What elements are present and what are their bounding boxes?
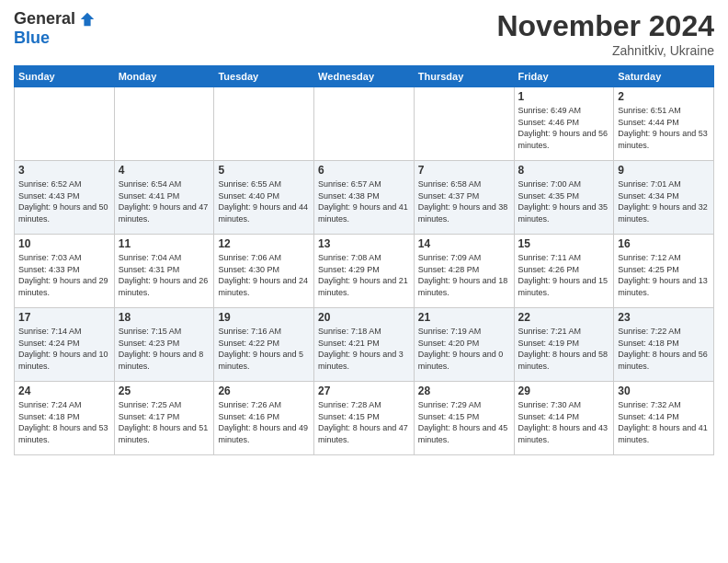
day-number: 29 xyxy=(518,385,610,397)
day-info: Sunrise: 7:29 AM Sunset: 4:15 PM Dayligh… xyxy=(418,399,510,445)
day-number: 26 xyxy=(218,385,310,397)
calendar-cell: 19Sunrise: 7:16 AM Sunset: 4:22 PM Dayli… xyxy=(214,308,314,382)
calendar-cell: 7Sunrise: 6:58 AM Sunset: 4:37 PM Daylig… xyxy=(414,161,514,235)
calendar-header-sunday: Sunday xyxy=(15,66,115,87)
calendar-week-row-5: 24Sunrise: 7:24 AM Sunset: 4:18 PM Dayli… xyxy=(15,382,714,455)
day-info: Sunrise: 7:26 AM Sunset: 4:16 PM Dayligh… xyxy=(218,399,310,445)
day-info: Sunrise: 7:22 AM Sunset: 4:18 PM Dayligh… xyxy=(618,326,710,372)
calendar-cell: 1Sunrise: 6:49 AM Sunset: 4:46 PM Daylig… xyxy=(514,87,614,161)
calendar-cell xyxy=(414,87,514,161)
day-info: Sunrise: 7:28 AM Sunset: 4:15 PM Dayligh… xyxy=(318,399,410,445)
calendar-cell: 27Sunrise: 7:28 AM Sunset: 4:15 PM Dayli… xyxy=(314,382,415,455)
page: General Blue November 2024 Zahnitkiv, Uk… xyxy=(0,0,728,465)
title-block: November 2024 Zahnitkiv, Ukraine xyxy=(496,9,714,58)
day-info: Sunrise: 7:04 AM Sunset: 4:31 PM Dayligh… xyxy=(119,252,210,298)
calendar-cell: 29Sunrise: 7:30 AM Sunset: 4:14 PM Dayli… xyxy=(514,382,614,455)
day-info: Sunrise: 7:09 AM Sunset: 4:28 PM Dayligh… xyxy=(418,252,510,298)
calendar: SundayMondayTuesdayWednesdayThursdayFrid… xyxy=(14,65,714,455)
day-number: 21 xyxy=(418,311,510,324)
location: Zahnitkiv, Ukraine xyxy=(496,43,714,58)
calendar-cell: 9Sunrise: 7:01 AM Sunset: 4:34 PM Daylig… xyxy=(614,161,714,235)
calendar-header-saturday: Saturday xyxy=(614,66,714,87)
day-info: Sunrise: 6:54 AM Sunset: 4:41 PM Dayligh… xyxy=(119,178,210,224)
calendar-cell: 13Sunrise: 7:08 AM Sunset: 4:29 PM Dayli… xyxy=(314,235,415,308)
calendar-cell: 25Sunrise: 7:25 AM Sunset: 4:17 PM Dayli… xyxy=(114,382,214,455)
day-number: 19 xyxy=(218,311,310,324)
day-info: Sunrise: 7:19 AM Sunset: 4:20 PM Dayligh… xyxy=(418,326,510,372)
calendar-cell: 3Sunrise: 6:52 AM Sunset: 4:43 PM Daylig… xyxy=(15,161,115,235)
calendar-cell: 28Sunrise: 7:29 AM Sunset: 4:15 PM Dayli… xyxy=(414,382,514,455)
day-info: Sunrise: 7:16 AM Sunset: 4:22 PM Dayligh… xyxy=(218,326,310,372)
day-info: Sunrise: 7:21 AM Sunset: 4:19 PM Dayligh… xyxy=(518,326,610,372)
calendar-week-row-3: 10Sunrise: 7:03 AM Sunset: 4:33 PM Dayli… xyxy=(15,235,714,308)
calendar-cell: 22Sunrise: 7:21 AM Sunset: 4:19 PM Dayli… xyxy=(514,308,614,382)
day-info: Sunrise: 7:12 AM Sunset: 4:25 PM Dayligh… xyxy=(618,252,710,298)
day-info: Sunrise: 7:18 AM Sunset: 4:21 PM Dayligh… xyxy=(318,326,410,372)
calendar-cell: 16Sunrise: 7:12 AM Sunset: 4:25 PM Dayli… xyxy=(614,235,714,308)
logo-icon xyxy=(79,11,96,28)
day-number: 13 xyxy=(318,237,410,250)
calendar-cell: 26Sunrise: 7:26 AM Sunset: 4:16 PM Dayli… xyxy=(214,382,314,455)
day-number: 27 xyxy=(318,385,410,397)
calendar-header-tuesday: Tuesday xyxy=(214,66,314,87)
day-info: Sunrise: 6:55 AM Sunset: 4:40 PM Dayligh… xyxy=(218,178,310,224)
day-number: 28 xyxy=(418,385,510,397)
day-number: 10 xyxy=(18,237,110,250)
day-info: Sunrise: 7:01 AM Sunset: 4:34 PM Dayligh… xyxy=(618,178,710,224)
day-info: Sunrise: 7:25 AM Sunset: 4:17 PM Dayligh… xyxy=(119,399,210,445)
day-number: 23 xyxy=(618,311,710,324)
day-number: 3 xyxy=(18,164,110,177)
day-number: 7 xyxy=(418,164,510,177)
calendar-cell xyxy=(314,87,415,161)
calendar-cell: 4Sunrise: 6:54 AM Sunset: 4:41 PM Daylig… xyxy=(114,161,214,235)
day-number: 14 xyxy=(418,237,510,250)
day-info: Sunrise: 6:57 AM Sunset: 4:38 PM Dayligh… xyxy=(318,178,410,224)
calendar-cell: 2Sunrise: 6:51 AM Sunset: 4:44 PM Daylig… xyxy=(614,87,714,161)
calendar-cell: 14Sunrise: 7:09 AM Sunset: 4:28 PM Dayli… xyxy=(414,235,514,308)
day-number: 22 xyxy=(518,311,610,324)
day-number: 15 xyxy=(518,237,610,250)
calendar-cell xyxy=(114,87,214,161)
day-number: 17 xyxy=(18,311,110,324)
day-info: Sunrise: 7:08 AM Sunset: 4:29 PM Dayligh… xyxy=(318,252,410,298)
calendar-cell: 8Sunrise: 7:00 AM Sunset: 4:35 PM Daylig… xyxy=(514,161,614,235)
day-number: 18 xyxy=(119,311,210,324)
logo: General Blue xyxy=(14,9,96,48)
calendar-week-row-1: 1Sunrise: 6:49 AM Sunset: 4:46 PM Daylig… xyxy=(15,87,714,161)
calendar-cell: 10Sunrise: 7:03 AM Sunset: 4:33 PM Dayli… xyxy=(15,235,115,308)
calendar-header-wednesday: Wednesday xyxy=(314,66,415,87)
logo-general-text: General xyxy=(14,9,75,29)
day-number: 24 xyxy=(18,385,110,397)
day-info: Sunrise: 7:15 AM Sunset: 4:23 PM Dayligh… xyxy=(119,326,210,372)
day-info: Sunrise: 7:14 AM Sunset: 4:24 PM Dayligh… xyxy=(18,326,110,372)
day-info: Sunrise: 6:52 AM Sunset: 4:43 PM Dayligh… xyxy=(18,178,110,224)
day-number: 25 xyxy=(119,385,210,397)
calendar-header-row: SundayMondayTuesdayWednesdayThursdayFrid… xyxy=(15,66,714,87)
day-number: 9 xyxy=(618,164,710,177)
calendar-header-thursday: Thursday xyxy=(414,66,514,87)
day-info: Sunrise: 7:06 AM Sunset: 4:30 PM Dayligh… xyxy=(218,252,310,298)
svg-marker-0 xyxy=(81,12,94,25)
calendar-cell: 21Sunrise: 7:19 AM Sunset: 4:20 PM Dayli… xyxy=(414,308,514,382)
logo-text: General xyxy=(14,9,96,29)
day-number: 1 xyxy=(518,90,610,103)
day-number: 4 xyxy=(119,164,210,177)
calendar-week-row-4: 17Sunrise: 7:14 AM Sunset: 4:24 PM Dayli… xyxy=(15,308,714,382)
calendar-cell: 18Sunrise: 7:15 AM Sunset: 4:23 PM Dayli… xyxy=(114,308,214,382)
calendar-cell: 17Sunrise: 7:14 AM Sunset: 4:24 PM Dayli… xyxy=(15,308,115,382)
day-number: 8 xyxy=(518,164,610,177)
calendar-header-friday: Friday xyxy=(514,66,614,87)
day-number: 16 xyxy=(618,237,710,250)
calendar-cell: 30Sunrise: 7:32 AM Sunset: 4:14 PM Dayli… xyxy=(614,382,714,455)
calendar-cell: 5Sunrise: 6:55 AM Sunset: 4:40 PM Daylig… xyxy=(214,161,314,235)
calendar-week-row-2: 3Sunrise: 6:52 AM Sunset: 4:43 PM Daylig… xyxy=(15,161,714,235)
day-number: 20 xyxy=(318,311,410,324)
calendar-cell xyxy=(214,87,314,161)
day-info: Sunrise: 6:51 AM Sunset: 4:44 PM Dayligh… xyxy=(618,105,710,151)
day-number: 6 xyxy=(318,164,410,177)
day-number: 12 xyxy=(218,237,310,250)
calendar-cell: 6Sunrise: 6:57 AM Sunset: 4:38 PM Daylig… xyxy=(314,161,415,235)
day-number: 11 xyxy=(119,237,210,250)
day-info: Sunrise: 7:24 AM Sunset: 4:18 PM Dayligh… xyxy=(18,399,110,445)
calendar-cell: 20Sunrise: 7:18 AM Sunset: 4:21 PM Dayli… xyxy=(314,308,415,382)
